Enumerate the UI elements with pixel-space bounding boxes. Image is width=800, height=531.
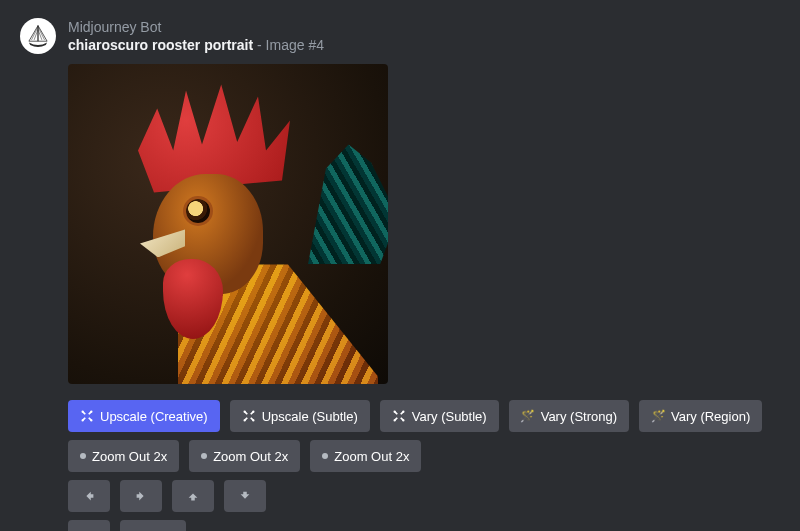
prompt-line: chiaroscuro rooster portrait - Image #4 [68,36,324,54]
button-label: Vary (Subtle) [412,409,487,424]
zoom-out-2x-button[interactable]: Zoom Out 2x [68,440,179,472]
row-zoom: Zoom Out 2x Zoom Out 2x Zoom Out 2x [68,440,780,472]
zoom-out-2x-button[interactable]: Zoom Out 2x [189,440,300,472]
arrow-down-icon [238,489,252,503]
dot-icon [322,453,328,459]
message-header: Midjourney Bot chiaroscuro rooster portr… [20,18,780,54]
svg-point-12 [243,411,245,413]
button-label: Zoom Out 2x [334,449,409,464]
zoom-out-2x-button[interactable]: Zoom Out 2x [310,440,421,472]
svg-point-21 [402,411,404,413]
row-upscale-vary: Upscale (Creative) Upscale (Subtle) Vary… [68,400,780,432]
svg-point-23 [402,420,404,422]
svg-point-5 [90,411,92,413]
svg-point-4 [81,411,83,413]
button-label: Upscale (Subtle) [262,409,358,424]
pan-right-button[interactable] [120,480,162,512]
upscale-creative-button[interactable]: Upscale (Creative) [68,400,220,432]
expand-icon [80,409,94,423]
dot-icon [201,453,207,459]
rooster-illustration [68,64,388,384]
title-block: Midjourney Bot chiaroscuro rooster portr… [68,18,324,54]
svg-point-6 [81,420,83,422]
svg-point-14 [243,420,245,422]
svg-point-7 [90,420,92,422]
upscale-subtle-button[interactable]: Upscale (Subtle) [230,400,370,432]
vary-region-button[interactable]: 🪄 Vary (Region) [639,400,762,432]
wand-icon: 🪄 [651,409,665,423]
sailboat-icon [25,23,51,49]
prompt-text: chiaroscuro rooster portrait [68,37,253,53]
expand-icon [242,409,256,423]
vary-subtle-button[interactable]: Vary (Subtle) [380,400,499,432]
expand-icon [392,409,406,423]
vary-strong-button[interactable]: 🪄 Vary (Strong) [509,400,629,432]
wand-icon: 🪄 [521,409,535,423]
button-label: Zoom Out 2x [92,449,167,464]
dot-icon [80,453,86,459]
pan-down-button[interactable] [224,480,266,512]
bot-name: Midjourney Bot [68,18,324,36]
button-label: Vary (Region) [671,409,750,424]
bot-avatar [20,18,56,54]
svg-point-20 [393,411,395,413]
action-buttons: Upscale (Creative) Upscale (Subtle) Vary… [68,400,780,531]
arrow-up-icon [186,489,200,503]
generated-image-container [68,64,780,384]
row-extra: ❤ Web ↗ [68,520,780,531]
svg-point-22 [393,420,395,422]
arrow-right-icon [134,489,148,503]
pan-up-button[interactable] [172,480,214,512]
favorite-button[interactable]: ❤ [68,520,110,531]
pan-left-button[interactable] [68,480,110,512]
image-suffix: - Image #4 [257,37,324,53]
button-label: Vary (Strong) [541,409,617,424]
button-label: Upscale (Creative) [100,409,208,424]
row-pan-arrows [68,480,780,512]
arrow-left-icon [82,489,96,503]
generated-image[interactable] [68,64,388,384]
svg-point-13 [252,411,254,413]
svg-point-15 [252,420,254,422]
button-label: Zoom Out 2x [213,449,288,464]
open-web-button[interactable]: Web ↗ [120,520,186,531]
